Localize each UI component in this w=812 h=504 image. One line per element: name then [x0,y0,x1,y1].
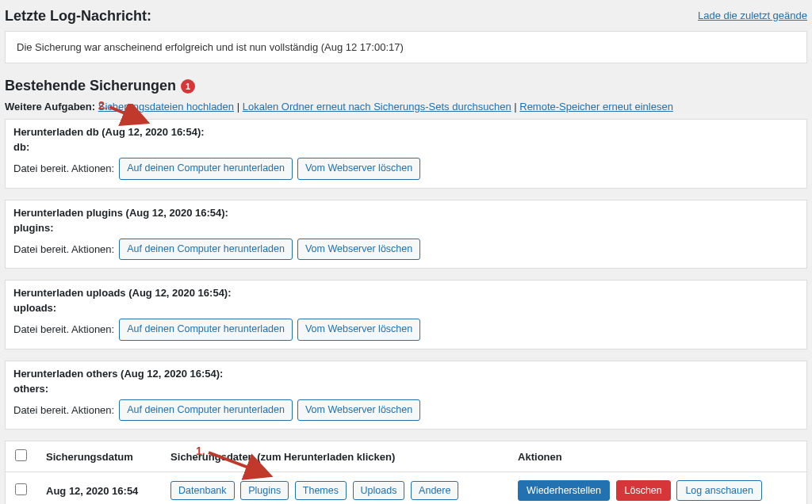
col-header-actions: Aktionen [508,441,806,472]
more-tasks-label: Weitere Aufgaben: [5,101,95,113]
file-ready-label: Datei bereit. Aktionen: [13,404,114,416]
delete-from-webserver-button[interactable]: Vom Webserver löschen [297,399,420,422]
download-to-computer-button[interactable]: Auf deinen Computer herunterladen [119,158,293,180]
log-message-card: Die Sicherung war anscheinend erfolgreic… [5,31,807,63]
col-header-data: Sicherungsdaten (zum Herunterladen klick… [161,441,508,472]
download-box-others: Herunterladen others (Aug 12, 2020 16:54… [5,361,807,430]
restore-button[interactable]: Wiederherstellen [518,480,610,501]
rescan-remote-link[interactable]: Remote-Speicher erneut einlesen [519,101,673,113]
download-box-uploads: Herunterladen uploads (Aug 12, 2020 16:5… [5,280,807,349]
col-header-date: Sicherungsdatum [36,441,161,472]
rescan-local-link[interactable]: Lokalen Ordner erneut nach Sicherungs-Se… [243,101,511,113]
backups-table: Sicherungsdatum Sicherungsdaten (zum Her… [6,441,806,504]
download-box-plugins: Herunterladen plugins (Aug 12, 2020 16:5… [5,200,807,269]
select-all-checkbox[interactable] [15,449,27,461]
download-box-title: Herunterladen uploads (Aug 12, 2020 16:5… [13,287,799,299]
download-to-computer-button[interactable]: Auf deinen Computer herunterladen [119,239,293,261]
backup-entities-cell: Datenbank Plugins Themes Uploads Andere [161,472,508,505]
download-box-subtitle: plugins: [13,222,799,234]
delete-button[interactable]: Löschen [616,480,671,501]
download-box-title: Herunterladen others (Aug 12, 2020 16:54… [13,368,799,380]
log-message: Die Sicherung war anscheinend erfolgreic… [17,41,795,53]
upload-backup-files-link[interactable]: Sicherungsdateien hochladen [98,101,234,113]
log-section-title: Letzte Log-Nachricht: [5,8,151,25]
backup-date-cell: Aug 12, 2020 16:54 [36,472,161,505]
download-to-computer-button[interactable]: Auf deinen Computer herunterladen [119,319,293,341]
entity-uploads-button[interactable]: Uploads [353,481,405,500]
download-box-subtitle: db: [13,141,799,153]
entity-others-button[interactable]: Andere [411,481,458,500]
existing-backups-title: Bestehende Sicherungen 1 [5,78,807,94]
table-row: Aug 12, 2020 16:54 Datenbank Plugins The… [6,472,806,505]
delete-from-webserver-button[interactable]: Vom Webserver löschen [297,239,420,261]
entity-plugins-button[interactable]: Plugins [240,481,289,500]
row-actions-cell: Wiederherstellen Löschen Log anschauen [508,472,806,505]
download-box-subtitle: uploads: [13,302,799,314]
reload-link[interactable]: Lade die zuletzt geände [698,10,807,21]
download-to-computer-button[interactable]: Auf deinen Computer herunterladen [119,399,293,422]
row-select-checkbox[interactable] [15,483,27,495]
more-tasks-line: Weitere Aufgaben: Sicherungsdateien hoch… [5,101,807,113]
entity-database-button[interactable]: Datenbank [170,481,234,500]
file-ready-label: Datei bereit. Aktionen: [13,323,114,335]
backups-table-wrap: 1. Sicherungsdatum Sicherungsdaten (zum … [5,441,807,504]
existing-backups-label: Bestehende Sicherungen [5,78,176,94]
file-ready-label: Datei bereit. Aktionen: [13,162,114,174]
file-ready-label: Datei bereit. Aktionen: [13,243,114,255]
download-box-db: Herunterladen db (Aug 12, 2020 16:54): d… [5,119,807,189]
view-log-button[interactable]: Log anschauen [676,480,762,501]
download-box-title: Herunterladen plugins (Aug 12, 2020 16:5… [13,207,799,219]
download-box-title: Herunterladen db (Aug 12, 2020 16:54): [13,126,799,138]
entity-themes-button[interactable]: Themes [295,481,347,500]
download-box-subtitle: others: [13,383,799,395]
delete-from-webserver-button[interactable]: Vom Webserver löschen [297,319,420,341]
delete-from-webserver-button[interactable]: Vom Webserver löschen [297,158,420,180]
backup-count-badge: 1 [181,79,195,94]
